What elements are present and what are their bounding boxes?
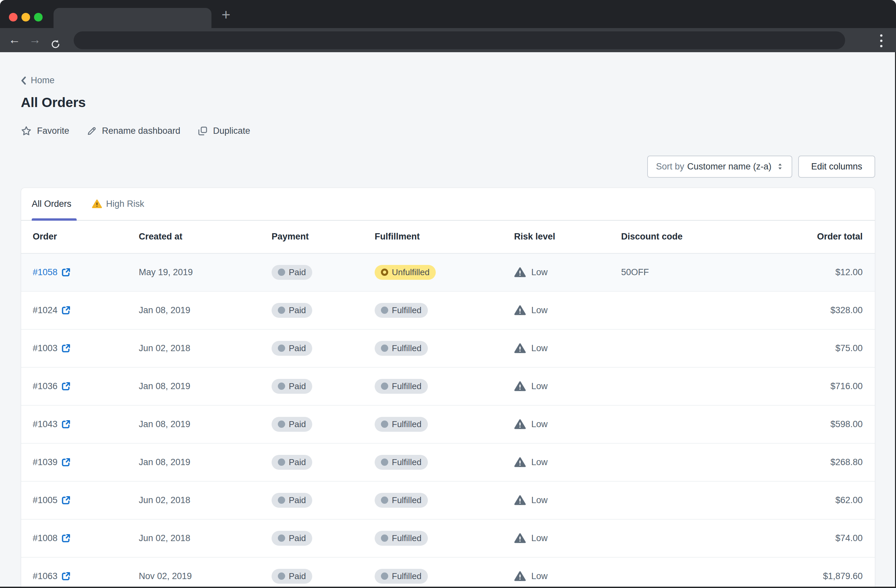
caret-updown-icon bbox=[776, 161, 784, 172]
rename-dashboard-label: Rename dashboard bbox=[102, 126, 180, 136]
order-link[interactable]: #1005 bbox=[33, 495, 70, 506]
window-bottom-edge bbox=[0, 586, 896, 588]
payment-badge: Paid bbox=[271, 379, 312, 394]
risk-warning-icon bbox=[514, 419, 526, 430]
minimize-window-button[interactable] bbox=[21, 13, 30, 21]
col-order-total: Order total bbox=[747, 232, 862, 242]
tab-all-orders[interactable]: All Orders bbox=[32, 188, 72, 220]
badge-dot-icon bbox=[278, 344, 285, 352]
table-row[interactable]: #1008 Jun 02, 2018 Paid Fulfilled bbox=[21, 519, 875, 558]
table-row[interactable]: #1063 Nov 02, 2019 Paid Fulfilled bbox=[21, 558, 875, 588]
card-tabs: All Orders High Risk bbox=[21, 188, 875, 221]
risk-level-label: Low bbox=[531, 495, 548, 506]
rename-dashboard-button[interactable]: Rename dashboard bbox=[87, 126, 180, 136]
fulfillment-badge: Fulfilled bbox=[375, 379, 428, 394]
created-at-cell: Jan 08, 2019 bbox=[139, 381, 271, 391]
browser-tab[interactable] bbox=[53, 8, 212, 28]
risk-level-label: Low bbox=[531, 533, 548, 544]
table-row[interactable]: #1039 Jan 08, 2019 Paid Fulfilled bbox=[21, 444, 875, 481]
zoom-window-button[interactable] bbox=[34, 13, 43, 21]
col-fulfillment: Fulfillment bbox=[375, 232, 514, 242]
badge-status-icon bbox=[381, 306, 388, 314]
back-button[interactable]: ← bbox=[7, 28, 22, 52]
table-row[interactable]: #1058 May 19, 2019 Paid Unfulfilled bbox=[21, 254, 875, 292]
order-number: #1008 bbox=[33, 533, 58, 544]
active-tab-underline bbox=[32, 218, 77, 221]
badge-status-icon bbox=[381, 382, 388, 390]
sort-select[interactable]: Sort by Customer name (z-a) bbox=[647, 155, 792, 178]
order-link[interactable]: #1063 bbox=[33, 571, 70, 581]
table-row[interactable]: #1003 Jun 02, 2018 Paid Fulfilled bbox=[21, 330, 875, 368]
order-link[interactable]: #1043 bbox=[33, 419, 70, 430]
order-link[interactable]: #1036 bbox=[33, 381, 70, 391]
payment-badge: Paid bbox=[271, 341, 312, 356]
created-at-cell: Jan 08, 2019 bbox=[139, 419, 271, 430]
badge-status-icon bbox=[381, 459, 388, 466]
breadcrumb[interactable]: Home bbox=[21, 75, 55, 85]
order-link[interactable]: #1058 bbox=[33, 267, 70, 277]
badge-status-icon bbox=[381, 420, 388, 428]
table-row[interactable]: #1036 Jan 08, 2019 Paid Fulfilled bbox=[21, 368, 875, 406]
table-body: #1058 May 19, 2019 Paid Unfulfilled bbox=[21, 254, 875, 588]
page-actions: Favorite Rename dashboard Duplicate bbox=[21, 125, 875, 136]
edit-columns-button[interactable]: Edit columns bbox=[798, 155, 875, 178]
order-number: #1024 bbox=[33, 305, 58, 315]
sort-value: Customer name (z-a) bbox=[687, 161, 771, 172]
created-at-cell: Jan 08, 2019 bbox=[139, 305, 271, 315]
fulfillment-badge: Fulfilled bbox=[375, 569, 428, 584]
page-title: All Orders bbox=[21, 95, 875, 110]
warning-triangle-icon bbox=[92, 199, 102, 209]
order-total-cell: $268.80 bbox=[747, 457, 862, 468]
new-tab-button[interactable]: + bbox=[218, 6, 234, 23]
risk-warning-icon bbox=[514, 457, 526, 468]
risk-warning-icon bbox=[514, 267, 526, 277]
table-toolbar: Sort by Customer name (z-a) Edit columns bbox=[21, 155, 875, 178]
order-link[interactable]: #1008 bbox=[33, 533, 70, 544]
forward-button[interactable]: → bbox=[28, 28, 42, 52]
order-total-cell: $598.00 bbox=[747, 419, 862, 430]
badge-status-icon bbox=[381, 268, 388, 276]
payment-label: Paid bbox=[289, 571, 306, 581]
payment-label: Paid bbox=[289, 343, 306, 353]
pencil-icon bbox=[87, 126, 97, 136]
risk-level-label: Low bbox=[531, 457, 548, 468]
reload-button[interactable] bbox=[48, 28, 63, 52]
fulfillment-label: Fulfilled bbox=[392, 457, 422, 468]
address-bar[interactable] bbox=[74, 31, 845, 49]
payment-label: Paid bbox=[289, 305, 306, 315]
browser-menu-icon[interactable] bbox=[878, 34, 884, 48]
fulfillment-badge: Fulfilled bbox=[375, 493, 428, 508]
badge-dot-icon bbox=[278, 268, 285, 276]
order-link[interactable]: #1039 bbox=[33, 457, 70, 468]
order-number: #1036 bbox=[33, 381, 58, 391]
fulfillment-badge: Fulfilled bbox=[375, 531, 428, 546]
payment-badge: Paid bbox=[271, 303, 312, 318]
badge-status-icon bbox=[381, 573, 388, 580]
badge-dot-icon bbox=[278, 306, 285, 314]
risk-level-label: Low bbox=[531, 305, 548, 315]
table-row[interactable]: #1043 Jan 08, 2019 Paid Fulfilled bbox=[21, 406, 875, 444]
order-link[interactable]: #1024 bbox=[33, 305, 70, 315]
risk-level-label: Low bbox=[531, 267, 548, 277]
badge-dot-icon bbox=[278, 573, 285, 580]
badge-status-icon bbox=[381, 535, 388, 542]
order-link[interactable]: #1003 bbox=[33, 343, 70, 353]
payment-badge: Paid bbox=[271, 455, 312, 470]
risk-warning-icon bbox=[514, 381, 526, 391]
risk-level-label: Low bbox=[531, 381, 548, 391]
risk-warning-icon bbox=[514, 533, 526, 544]
tab-high-risk-label: High Risk bbox=[106, 199, 145, 209]
tab-high-risk[interactable]: High Risk bbox=[92, 188, 145, 220]
external-link-icon bbox=[61, 382, 70, 391]
table-row[interactable]: #1005 Jun 02, 2018 Paid Fulfilled bbox=[21, 481, 875, 519]
favorite-button[interactable]: Favorite bbox=[21, 125, 69, 136]
created-at-cell: Jun 02, 2018 bbox=[139, 343, 271, 353]
external-link-icon bbox=[61, 420, 70, 429]
close-window-button[interactable] bbox=[9, 13, 18, 21]
payment-badge: Paid bbox=[271, 569, 312, 584]
table-row[interactable]: #1024 Jan 08, 2019 Paid Fulfilled bbox=[21, 292, 875, 330]
order-number: #1039 bbox=[33, 457, 58, 468]
risk-level-label: Low bbox=[531, 343, 548, 353]
duplicate-button[interactable]: Duplicate bbox=[198, 126, 250, 136]
reload-icon bbox=[50, 39, 61, 50]
